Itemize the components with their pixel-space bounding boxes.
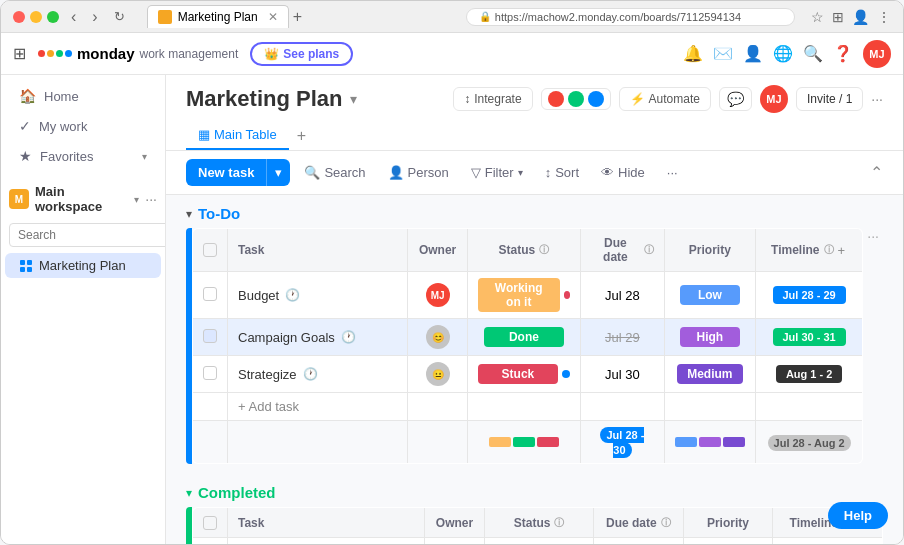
table-row: Strategize 🕐 😐 (193, 356, 863, 393)
color-option-blue[interactable] (588, 91, 604, 107)
group-completed-header[interactable]: ▾ Completed (186, 484, 883, 501)
status-badge-stuck[interactable]: Stuck (478, 364, 558, 384)
more-options-button[interactable]: ··· (659, 161, 686, 184)
status-badge-done[interactable]: Done (484, 327, 564, 347)
duedate-cell-budget[interactable]: Jul 28 (580, 272, 664, 319)
user-button[interactable]: 👤 (743, 44, 763, 63)
hide-tool-button[interactable]: 👁 Hide (593, 161, 653, 184)
collapse-button[interactable]: ⌃ (870, 163, 883, 182)
globe-button[interactable]: 🌐 (773, 44, 793, 63)
board-grid-icon (19, 259, 33, 273)
header-checkbox[interactable] (203, 243, 217, 257)
workspace-more-button[interactable]: ··· (145, 191, 157, 207)
group-todo-three-dots[interactable]: ··· (863, 228, 883, 464)
workspace-header[interactable]: M Main workspace ▾ ··· (1, 179, 165, 219)
tab-main-table[interactable]: ▦ Main Table (186, 121, 289, 150)
tab-add-button[interactable]: + (293, 127, 310, 145)
back-button[interactable]: ‹ (67, 6, 80, 28)
board-title-dropdown-icon[interactable]: ▾ (350, 91, 357, 107)
tab-close-icon[interactable]: ✕ (268, 10, 278, 24)
browser-tab[interactable]: Marketing Plan ✕ (147, 5, 289, 28)
bell-button[interactable]: 🔔 (683, 44, 703, 63)
automate-button[interactable]: ⚡ Automate (619, 87, 711, 111)
board-more-button[interactable]: ··· (871, 91, 883, 107)
header-priority-label: Priority (689, 243, 731, 257)
settings-button[interactable]: ⋮ (877, 9, 891, 25)
owner-avatar-empty[interactable]: 😊 (426, 325, 450, 349)
summary-status-colors (478, 437, 570, 447)
group-completed-toggle[interactable]: ▾ (186, 486, 192, 500)
status-badge-working[interactable]: Working on it (478, 278, 560, 312)
task-name-budget[interactable]: Budget (238, 288, 279, 303)
color-option-red[interactable] (548, 91, 564, 107)
extensions-button[interactable]: ⊞ (832, 9, 844, 25)
row-checkbox[interactable] (203, 287, 217, 301)
group-todo-toggle[interactable]: ▾ (186, 207, 192, 221)
new-task-button[interactable]: New task (186, 159, 266, 186)
c-status-info-icon[interactable]: ⓘ (554, 516, 564, 530)
duedate-cell-campaign[interactable]: Jul 29 (580, 319, 664, 356)
search-button[interactable]: 🔍 (803, 44, 823, 63)
invite-button[interactable]: Invite / 1 (796, 87, 863, 111)
see-plans-button[interactable]: 👑 See plans (250, 42, 353, 66)
tab-main-table-label: Main Table (214, 127, 277, 142)
priority-badge-high[interactable]: High (680, 327, 740, 347)
search-tool-button[interactable]: 🔍 Search (296, 161, 373, 184)
group-todo-header[interactable]: ▾ To-Do (186, 205, 883, 222)
help-button[interactable]: Help (828, 502, 888, 529)
row-checkbox-strategize[interactable] (203, 366, 217, 380)
board-actions: ↕ Integrate ⚡ Automate 💬 (453, 85, 883, 113)
sidebar-board-marketing-plan[interactable]: Marketing Plan (5, 253, 161, 278)
owner-avatar-empty-s[interactable]: 😐 (426, 362, 450, 386)
status-dot-blue (562, 370, 570, 378)
user-avatar[interactable]: MJ (863, 40, 891, 68)
task-clock-icon-strategize: 🕐 (303, 367, 318, 381)
duedate-info-icon[interactable]: ⓘ (644, 243, 654, 257)
forward-button[interactable]: › (88, 6, 101, 28)
person-tool-button[interactable]: 👤 Person (380, 161, 457, 184)
add-column-button[interactable]: + (836, 243, 848, 258)
bookmark-button[interactable]: ☆ (811, 9, 824, 25)
c-duedate-info-icon[interactable]: ⓘ (661, 516, 671, 530)
c-header-priority: Priority (683, 508, 773, 538)
filter-chevron: ▾ (518, 167, 523, 178)
integrate-button[interactable]: ↕ Integrate (453, 87, 532, 111)
priority-badge-low[interactable]: Low (680, 285, 740, 305)
status-info-icon[interactable]: ⓘ (539, 243, 549, 257)
sidebar-item-home[interactable]: 🏠 Home (5, 82, 161, 110)
sidebar-item-favorites[interactable]: ★ Favorites ▾ (5, 142, 161, 170)
board-title: Marketing Plan (186, 86, 342, 112)
maximize-button[interactable] (47, 11, 59, 23)
color-option-green[interactable] (568, 91, 584, 107)
timeline-badge-budget[interactable]: Jul 28 - 29 (773, 286, 846, 304)
app-grid-button[interactable]: ⊞ (13, 44, 26, 63)
chat-button[interactable]: 💬 (719, 87, 752, 111)
owner-avatar-mj[interactable]: MJ (426, 283, 450, 307)
timeline-badge-strategize[interactable]: Aug 1 - 2 (776, 365, 842, 383)
row-checkbox-campaign[interactable] (203, 329, 217, 343)
add-task-button-todo[interactable]: + Add task (238, 399, 299, 414)
help-nav-button[interactable]: ❓ (833, 44, 853, 63)
profile-button[interactable]: 👤 (852, 9, 869, 25)
inbox-button[interactable]: ✉️ (713, 44, 733, 63)
priority-badge-medium[interactable]: Medium (677, 364, 742, 384)
c-header-checkbox[interactable] (203, 516, 217, 530)
task-name-campaign[interactable]: Campaign Goals (238, 330, 335, 345)
refresh-button[interactable]: ↻ (110, 7, 129, 26)
filter-tool-button[interactable]: ▽ Filter ▾ (463, 161, 531, 184)
minimize-button[interactable] (30, 11, 42, 23)
board-user-avatar[interactable]: MJ (760, 85, 788, 113)
close-button[interactable] (13, 11, 25, 23)
sort-tool-button[interactable]: ↕ Sort (537, 161, 587, 184)
sidebar-search-input[interactable] (9, 223, 166, 247)
sidebar-item-mywork[interactable]: ✓ My work (5, 112, 161, 140)
brand-logo (38, 50, 72, 57)
top-nav-left: ⊞ monday work management 👑 See plans (13, 42, 353, 66)
summary-duedate-cell: Jul 28 - 30 (580, 421, 664, 464)
duedate-cell-strategize[interactable]: Jul 30 (580, 356, 664, 393)
timeline-info-icon[interactable]: ⓘ (824, 243, 834, 257)
task-name-strategize[interactable]: Strategize (238, 367, 297, 382)
new-tab-button[interactable]: + (289, 6, 306, 28)
timeline-badge-campaign[interactable]: Jul 30 - 31 (773, 328, 846, 346)
new-task-dropdown-button[interactable]: ▾ (266, 159, 290, 186)
